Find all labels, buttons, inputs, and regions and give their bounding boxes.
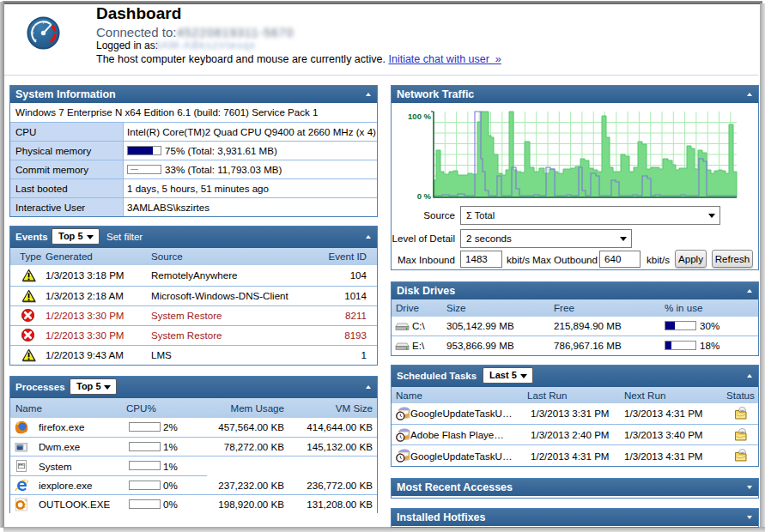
svg-text:0 %: 0 % bbox=[417, 191, 432, 201]
svg-text:100 %: 100 % bbox=[408, 112, 431, 121]
